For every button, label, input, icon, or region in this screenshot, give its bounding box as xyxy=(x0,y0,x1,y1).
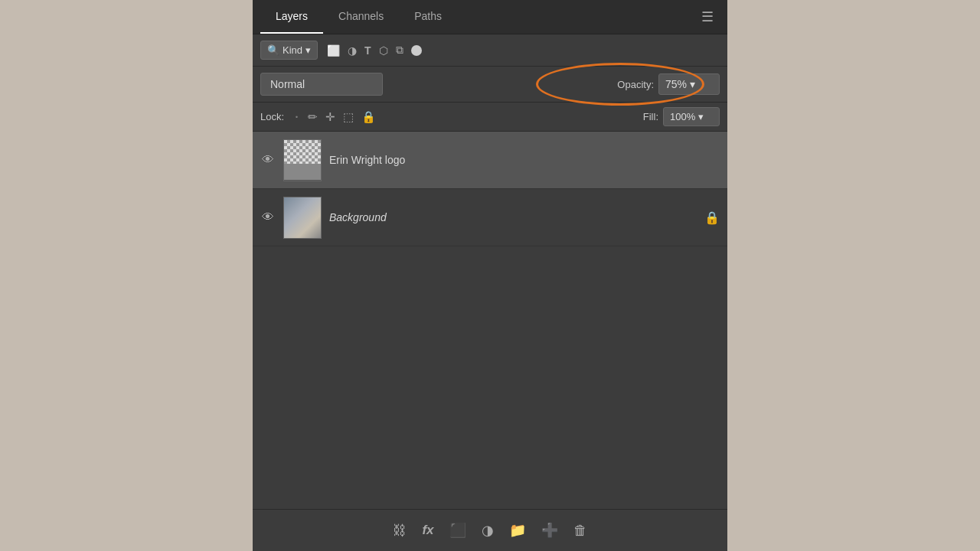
opacity-dropdown-arrow: ▾ xyxy=(690,78,695,90)
layer-visibility-icon-background[interactable]: 👁 xyxy=(260,210,276,224)
opacity-dropdown[interactable]: 75% ▾ xyxy=(658,73,720,95)
fx-icon[interactable]: fx xyxy=(422,523,433,538)
search-icon: 🔍 xyxy=(267,44,279,56)
new-adjustment-icon[interactable]: ◑ xyxy=(482,522,494,539)
delete-layer-icon[interactable]: 🗑 xyxy=(573,523,587,539)
opacity-value: 75% xyxy=(665,78,687,90)
tab-layers[interactable]: Layers xyxy=(260,0,323,34)
filter-icons: ⬜ ◑ T ⬡ ⧉ xyxy=(327,44,422,57)
shape-filter-icon[interactable]: ⬡ xyxy=(379,44,388,57)
lock-image-icon[interactable]: ✏ xyxy=(308,110,318,124)
tab-paths[interactable]: Paths xyxy=(399,0,457,34)
tab-bar: Layers Channels Paths ☰ xyxy=(253,0,727,34)
text-filter-icon[interactable]: T xyxy=(364,44,371,57)
add-mask-icon[interactable]: ⬛ xyxy=(449,522,466,539)
opacity-group: Opacity: 75% ▾ xyxy=(617,73,720,95)
tab-channels-label: Channels xyxy=(338,10,384,22)
fill-value: 100% xyxy=(670,111,695,122)
blend-mode-value: Normal xyxy=(270,78,305,90)
layer-thumbnail-background xyxy=(283,197,322,239)
tab-channels[interactable]: Channels xyxy=(323,0,399,34)
layer-visibility-icon-erin-wright[interactable]: 👁 xyxy=(260,153,276,167)
bottom-toolbar: ⛓ fx ⬛ ◑ 📁 ➕ 🗑 xyxy=(253,509,727,551)
fill-label: Fill: xyxy=(643,111,658,122)
adjustment-filter-icon[interactable]: ◑ xyxy=(348,44,357,57)
blend-mode-dropdown[interactable]: Normal xyxy=(260,73,383,96)
tab-paths-label: Paths xyxy=(414,10,442,22)
link-layers-icon[interactable]: ⛓ xyxy=(393,523,407,539)
smart-filter-icon[interactable]: ⧉ xyxy=(396,44,403,57)
lock-pixels-icon[interactable]: ⬞ xyxy=(293,110,300,123)
layers-panel: Layers Channels Paths ☰ 🔍 Kind ▾ ⬜ ◑ T ⬡… xyxy=(253,0,727,551)
kind-dropdown-arrow: ▾ xyxy=(305,44,311,56)
lock-artboard-icon[interactable]: ⬚ xyxy=(343,110,354,124)
layer-name-erin-wright: Erin Wright logo xyxy=(329,154,720,166)
lock-icons-group: ⬞ ✏ ✛ ⬚ 🔒 xyxy=(293,110,376,124)
new-group-icon[interactable]: 📁 xyxy=(509,522,526,539)
image-filter-icon[interactable]: ⬜ xyxy=(327,44,340,57)
kind-label: Kind xyxy=(283,44,302,56)
background-left xyxy=(0,0,253,551)
fill-group: Fill: 100% ▾ xyxy=(643,107,720,126)
tab-layers-label: Layers xyxy=(276,10,308,22)
pixel-filter-icon[interactable] xyxy=(411,45,422,56)
opacity-label: Opacity: xyxy=(617,79,654,90)
fill-dropdown-arrow: ▾ xyxy=(698,111,704,122)
lock-position-icon[interactable]: ✛ xyxy=(325,110,335,124)
kind-filter-dropdown[interactable]: 🔍 Kind ▾ xyxy=(260,41,318,60)
panel-menu-button[interactable]: ☰ xyxy=(695,5,720,28)
background-lock-icon: 🔒 xyxy=(704,210,720,225)
layer-item-background[interactable]: 👁 Background 🔒 xyxy=(253,189,727,246)
filter-bar: 🔍 Kind ▾ ⬜ ◑ T ⬡ ⧉ xyxy=(253,34,727,67)
layer-name-background: Background xyxy=(329,211,697,223)
blend-row: Normal Opacity: 75% ▾ xyxy=(253,67,727,103)
layer-item-erin-wright-logo[interactable]: 👁 Erin Wright logo xyxy=(253,132,727,189)
layers-list: 👁 Erin Wright logo 👁 Background 🔒 xyxy=(253,132,727,509)
lock-label: Lock: xyxy=(260,111,284,122)
background-right xyxy=(727,0,980,551)
fill-dropdown[interactable]: 100% ▾ xyxy=(663,107,720,126)
lock-all-icon[interactable]: 🔒 xyxy=(361,110,376,124)
layer-thumbnail-erin-wright xyxy=(283,139,322,181)
new-layer-icon[interactable]: ➕ xyxy=(541,522,558,539)
lock-row: Lock: ⬞ ✏ ✛ ⬚ 🔒 Fill: 100% ▾ xyxy=(253,103,727,132)
